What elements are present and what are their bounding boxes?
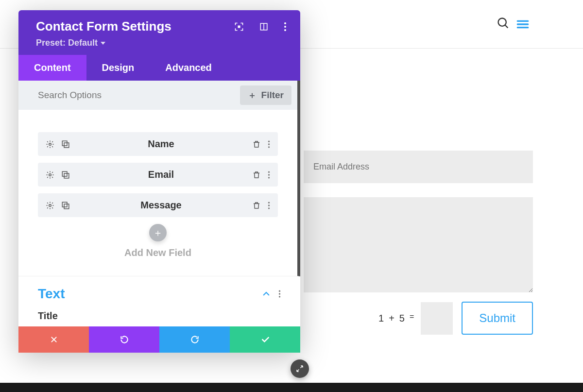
field-label: Name	[70, 138, 252, 150]
contact-form-preview: 1 +5 = Submit	[304, 151, 533, 335]
more-icon[interactable]	[268, 201, 270, 210]
svg-rect-13	[64, 143, 69, 148]
preset-selector[interactable]: Preset: Default	[36, 38, 287, 48]
svg-point-0	[498, 18, 506, 26]
more-icon[interactable]	[268, 170, 270, 179]
trash-icon[interactable]	[252, 140, 261, 149]
field-label: Message	[70, 200, 252, 211]
cancel-button[interactable]	[18, 326, 89, 353]
svg-rect-5	[238, 26, 240, 27]
hamburger-menu-icon[interactable]	[515, 17, 531, 32]
svg-point-10	[284, 29, 286, 31]
preset-label: Preset: Default	[36, 38, 98, 48]
add-new-label: Add New Field	[38, 247, 278, 258]
svg-rect-24	[62, 202, 67, 207]
svg-point-28	[268, 207, 270, 209]
captcha-input[interactable]	[421, 302, 453, 335]
svg-point-23	[49, 204, 51, 206]
plus-icon: ＋	[153, 226, 163, 239]
check-icon	[260, 335, 270, 344]
more-icon[interactable]	[278, 290, 281, 298]
gear-icon[interactable]	[46, 170, 54, 179]
duplicate-icon[interactable]	[61, 140, 70, 149]
resize-handle[interactable]	[291, 359, 309, 378]
svg-point-11	[49, 143, 51, 145]
field-label: Email	[70, 169, 252, 180]
save-button[interactable]	[230, 326, 300, 353]
captcha-a: 1	[378, 313, 384, 324]
svg-point-31	[279, 296, 280, 297]
tab-content[interactable]: Content	[18, 55, 86, 81]
columns-icon[interactable]	[259, 22, 268, 31]
gear-icon[interactable]	[46, 140, 54, 149]
svg-point-26	[268, 202, 270, 203]
svg-rect-12	[62, 141, 67, 146]
field-row[interactable]: Email	[38, 163, 278, 187]
chevron-down-icon	[101, 41, 105, 46]
fields-list: Name Email Message	[18, 110, 300, 276]
modal-footer	[18, 326, 300, 353]
duplicate-icon[interactable]	[61, 170, 70, 179]
svg-point-15	[268, 143, 270, 145]
svg-rect-19	[64, 173, 69, 178]
search-input[interactable]	[38, 90, 240, 101]
svg-rect-18	[62, 171, 67, 176]
svg-point-14	[268, 140, 270, 142]
filter-button[interactable]: ＋ Filter	[240, 85, 292, 105]
field-row[interactable]: Message	[38, 193, 278, 217]
svg-point-29	[279, 290, 280, 292]
svg-line-1	[505, 25, 508, 28]
settings-modal: Contact Form Settings Preset: Default Co…	[18, 10, 300, 353]
search-row: ＋ Filter	[18, 81, 300, 110]
tab-advanced[interactable]: Advanced	[150, 55, 227, 81]
tab-design[interactable]: Design	[86, 55, 150, 81]
svg-point-9	[284, 26, 286, 28]
svg-point-30	[279, 293, 280, 294]
captcha-b: 5	[399, 313, 405, 324]
plus-icon: ＋	[248, 89, 257, 101]
page-footer	[0, 383, 583, 392]
undo-button[interactable]	[89, 326, 159, 353]
text-section: Text Title	[18, 276, 300, 326]
redo-button[interactable]	[159, 326, 230, 353]
email-field[interactable]	[304, 151, 533, 183]
svg-point-16	[268, 146, 270, 148]
trash-icon[interactable]	[252, 170, 261, 179]
search-icon[interactable]	[497, 17, 510, 30]
text-section-heading[interactable]: Text	[38, 286, 65, 302]
svg-point-17	[49, 173, 51, 176]
captcha-eq: =	[410, 312, 414, 321]
svg-point-27	[268, 205, 270, 206]
more-icon[interactable]	[284, 22, 287, 32]
focus-icon[interactable]	[234, 22, 244, 32]
title-label: Title	[38, 310, 281, 322]
svg-point-21	[268, 174, 270, 175]
undo-icon	[120, 335, 129, 344]
submit-button[interactable]: Submit	[462, 302, 533, 335]
modal-title: Contact Form Settings	[36, 19, 171, 34]
modal-header: Contact Form Settings Preset: Default	[18, 10, 300, 55]
expand-icon	[295, 364, 304, 373]
svg-point-22	[268, 177, 270, 178]
add-new-field: ＋ Add New Field	[38, 224, 278, 258]
message-field[interactable]	[304, 197, 533, 292]
captcha-op: +	[389, 313, 394, 324]
field-row[interactable]: Name	[38, 132, 278, 156]
gear-icon[interactable]	[46, 201, 54, 210]
trash-icon[interactable]	[252, 201, 261, 210]
tabs: Content Design Advanced	[18, 55, 300, 81]
svg-rect-25	[64, 204, 69, 209]
filter-label: Filter	[261, 90, 284, 101]
add-button[interactable]: ＋	[149, 224, 167, 241]
redo-icon	[190, 335, 200, 344]
chevron-up-icon[interactable]	[262, 290, 271, 298]
svg-point-8	[284, 22, 286, 24]
close-icon	[50, 336, 58, 343]
more-icon[interactable]	[268, 140, 270, 149]
svg-point-20	[268, 171, 270, 172]
duplicate-icon[interactable]	[61, 201, 70, 210]
